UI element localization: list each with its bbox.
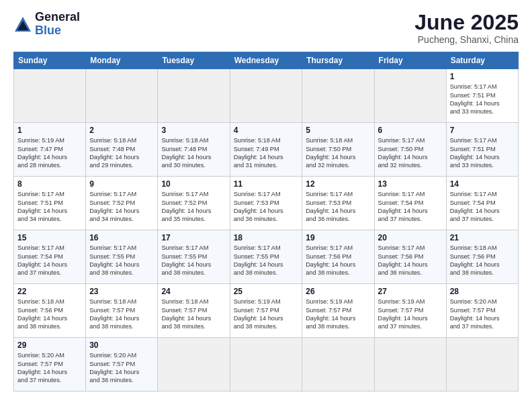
table-row: 4Sunrise: 5:18 AMSunset: 7:49 PMDaylight… (230, 123, 302, 177)
page: General Blue June 2025 Pucheng, Shanxi, … (0, 0, 532, 411)
calendar-week-row: 22Sunrise: 5:18 AMSunset: 7:56 PMDayligh… (14, 284, 519, 338)
table-row (374, 69, 446, 123)
table-row: 16Sunrise: 5:17 AMSunset: 7:55 PMDayligh… (86, 230, 158, 284)
day-number: 23 (89, 287, 154, 296)
day-info: Sunrise: 5:18 AMSunset: 7:48 PMDaylight:… (161, 136, 226, 170)
day-number: 26 (306, 287, 370, 296)
day-info: Sunrise: 5:20 AMSunset: 7:57 PMDaylight:… (17, 351, 82, 385)
day-info: Sunrise: 5:17 AMSunset: 7:52 PMDaylight:… (161, 190, 226, 224)
day-info: Sunrise: 5:18 AMSunset: 7:57 PMDaylight:… (161, 298, 226, 331)
col-friday: Friday (374, 52, 446, 69)
table-row: 11Sunrise: 5:17 AMSunset: 7:53 PMDayligh… (230, 177, 302, 230)
day-number: 1 (450, 72, 515, 81)
day-info: Sunrise: 5:18 AMSunset: 7:49 PMDaylight:… (234, 136, 299, 170)
table-row: 13Sunrise: 5:17 AMSunset: 7:54 PMDayligh… (374, 177, 446, 230)
logo-text: General Blue (35, 11, 80, 38)
day-info: Sunrise: 5:17 AMSunset: 7:51 PMDaylight:… (17, 190, 82, 224)
logo-general: General (35, 11, 80, 24)
logo-icon (13, 15, 32, 34)
table-row (446, 338, 518, 392)
day-info: Sunrise: 5:19 AMSunset: 7:57 PMDaylight:… (378, 298, 443, 331)
header: General Blue June 2025 Pucheng, Shanxi, … (13, 11, 519, 45)
day-number: 5 (306, 126, 370, 135)
day-number: 24 (161, 287, 226, 296)
day-number: 22 (17, 287, 82, 296)
table-row: 1Sunrise: 5:17 AMSunset: 7:51 PMDaylight… (446, 69, 518, 123)
day-info: Sunrise: 5:18 AMSunset: 7:57 PMDaylight:… (89, 298, 154, 331)
table-row: 28Sunrise: 5:20 AMSunset: 7:57 PMDayligh… (446, 284, 518, 338)
day-info: Sunrise: 5:17 AMSunset: 7:52 PMDaylight:… (89, 190, 154, 224)
day-number: 8 (17, 179, 82, 189)
table-row: 7Sunrise: 5:17 AMSunset: 7:51 PMDaylight… (446, 123, 518, 177)
day-number: 16 (89, 233, 154, 242)
table-row: 29Sunrise: 5:20 AMSunset: 7:57 PMDayligh… (14, 338, 86, 392)
day-number: 3 (161, 126, 226, 135)
month-title: June 2025 (414, 11, 519, 34)
table-row: 8Sunrise: 5:17 AMSunset: 7:51 PMDaylight… (14, 177, 86, 230)
day-info: Sunrise: 5:19 AMSunset: 7:47 PMDaylight:… (17, 136, 82, 170)
day-info: Sunrise: 5:18 AMSunset: 7:56 PMDaylight:… (17, 298, 82, 331)
location-subtitle: Pucheng, Shanxi, China (414, 34, 519, 45)
table-row (374, 338, 446, 392)
day-number: 19 (306, 233, 370, 242)
table-row (302, 69, 374, 123)
table-row: 14Sunrise: 5:17 AMSunset: 7:54 PMDayligh… (446, 177, 518, 230)
table-row: 6Sunrise: 5:17 AMSunset: 7:50 PMDaylight… (374, 123, 446, 177)
table-row: 19Sunrise: 5:17 AMSunset: 7:56 PMDayligh… (302, 230, 374, 284)
day-info: Sunrise: 5:18 AMSunset: 7:50 PMDaylight:… (306, 136, 370, 170)
calendar-header-row: Sunday Monday Tuesday Wednesday Thursday… (14, 52, 519, 69)
calendar-week-row: 8Sunrise: 5:17 AMSunset: 7:51 PMDaylight… (14, 177, 519, 230)
day-number: 2 (89, 126, 154, 135)
calendar-week-row: 1Sunrise: 5:17 AMSunset: 7:51 PMDaylight… (14, 69, 519, 123)
day-info: Sunrise: 5:17 AMSunset: 7:51 PMDaylight:… (450, 136, 515, 170)
day-info: Sunrise: 5:17 AMSunset: 7:54 PMDaylight:… (378, 190, 443, 224)
table-row: 3Sunrise: 5:18 AMSunset: 7:48 PMDaylight… (158, 123, 230, 177)
day-info: Sunrise: 5:20 AMSunset: 7:57 PMDaylight:… (89, 351, 154, 385)
day-number: 7 (450, 126, 515, 135)
day-number: 15 (17, 233, 82, 242)
table-row: 23Sunrise: 5:18 AMSunset: 7:57 PMDayligh… (86, 284, 158, 338)
calendar-week-row: 1Sunrise: 5:19 AMSunset: 7:47 PMDaylight… (14, 123, 519, 177)
col-tuesday: Tuesday (158, 52, 230, 69)
table-row: 18Sunrise: 5:17 AMSunset: 7:55 PMDayligh… (230, 230, 302, 284)
day-info: Sunrise: 5:17 AMSunset: 7:55 PMDaylight:… (89, 244, 154, 277)
day-info: Sunrise: 5:17 AMSunset: 7:53 PMDaylight:… (234, 190, 299, 224)
day-number: 28 (450, 287, 515, 296)
table-row: 21Sunrise: 5:18 AMSunset: 7:56 PMDayligh… (446, 230, 518, 284)
calendar-week-row: 15Sunrise: 5:17 AMSunset: 7:54 PMDayligh… (14, 230, 519, 284)
table-row: 22Sunrise: 5:18 AMSunset: 7:56 PMDayligh… (14, 284, 86, 338)
table-row: 30Sunrise: 5:20 AMSunset: 7:57 PMDayligh… (86, 338, 158, 392)
table-row (158, 338, 230, 392)
table-row (230, 69, 302, 123)
day-info: Sunrise: 5:17 AMSunset: 7:51 PMDaylight:… (450, 83, 515, 116)
day-info: Sunrise: 5:17 AMSunset: 7:50 PMDaylight:… (378, 136, 443, 170)
day-number: 29 (17, 340, 82, 350)
table-row: 5Sunrise: 5:18 AMSunset: 7:50 PMDaylight… (302, 123, 374, 177)
table-row (230, 338, 302, 392)
table-row: 12Sunrise: 5:17 AMSunset: 7:53 PMDayligh… (302, 177, 374, 230)
table-row: 10Sunrise: 5:17 AMSunset: 7:52 PMDayligh… (158, 177, 230, 230)
logo-blue: Blue (35, 24, 80, 38)
calendar-table: Sunday Monday Tuesday Wednesday Thursday… (13, 52, 519, 392)
table-row: 27Sunrise: 5:19 AMSunset: 7:57 PMDayligh… (374, 284, 446, 338)
col-wednesday: Wednesday (230, 52, 302, 69)
day-number: 18 (234, 233, 299, 242)
day-number: 4 (234, 126, 299, 135)
day-info: Sunrise: 5:19 AMSunset: 7:57 PMDaylight:… (234, 298, 299, 331)
table-row: 20Sunrise: 5:17 AMSunset: 7:56 PMDayligh… (374, 230, 446, 284)
day-info: Sunrise: 5:17 AMSunset: 7:56 PMDaylight:… (306, 244, 370, 277)
day-info: Sunrise: 5:18 AMSunset: 7:48 PMDaylight:… (89, 136, 154, 170)
day-number: 1 (17, 126, 82, 135)
day-number: 6 (378, 126, 443, 135)
day-number: 21 (450, 233, 515, 242)
table-row: 2Sunrise: 5:18 AMSunset: 7:48 PMDaylight… (86, 123, 158, 177)
day-number: 30 (89, 340, 154, 350)
day-number: 17 (161, 233, 226, 242)
table-row (14, 69, 86, 123)
day-info: Sunrise: 5:17 AMSunset: 7:55 PMDaylight:… (234, 244, 299, 277)
table-row (158, 69, 230, 123)
table-row: 9Sunrise: 5:17 AMSunset: 7:52 PMDaylight… (86, 177, 158, 230)
table-row: 26Sunrise: 5:19 AMSunset: 7:57 PMDayligh… (302, 284, 374, 338)
table-row: 15Sunrise: 5:17 AMSunset: 7:54 PMDayligh… (14, 230, 86, 284)
col-saturday: Saturday (446, 52, 518, 69)
